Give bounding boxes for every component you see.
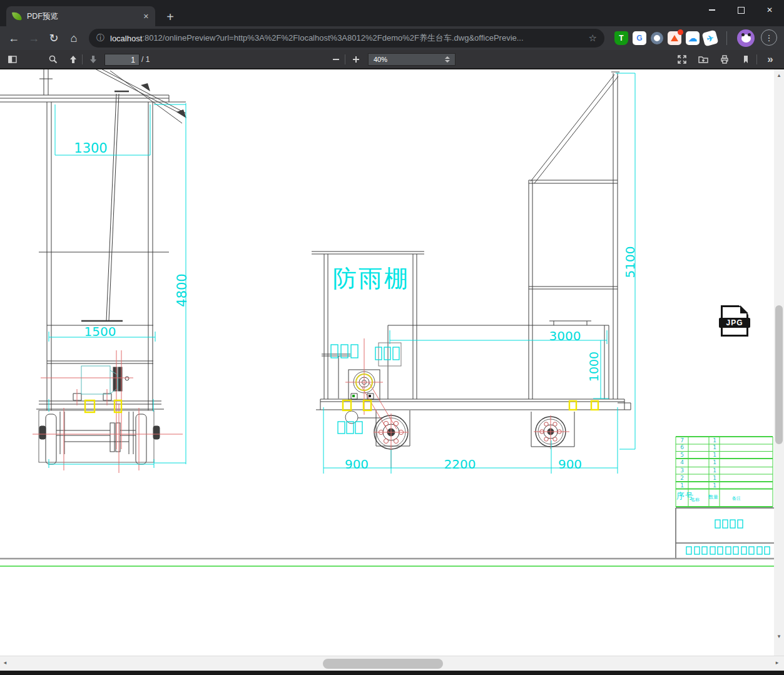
toolbar-separator [82,54,83,64]
print-icon [720,54,730,64]
next-page-button[interactable] [85,52,101,67]
browser-navbar: ← → ↻ ⌂ ⓘ localhost :8012/onlinePreview?… [0,26,784,50]
jpg-label: JPG [719,318,750,328]
dim-label-4800: 4800 [175,268,190,312]
dim-label-900-right: 900 [551,457,589,472]
fullscreen-icon [677,54,687,64]
url-host: localhost [110,34,142,43]
dim-label-1000: 1000 [587,345,601,388]
minus-icon [331,54,341,64]
chevron-double-right-icon: » [767,53,773,66]
bookmark-star-icon[interactable]: ☆ [589,33,597,44]
url-path: :8012/onlinePreview?url=http%3A%2F%2Floc… [142,33,583,44]
previous-page-button[interactable] [65,52,81,67]
cad-yellow-marks [85,374,598,412]
browser-menu-button[interactable]: ⋮ [761,29,777,46]
reload-button[interactable]: ↻ [45,29,63,47]
pdf-viewer-toolbar: / 1 40% » [0,50,784,69]
extension-tampermonkey-icon[interactable]: T [614,31,628,45]
zoom-out-button[interactable] [328,52,344,67]
zoom-in-button[interactable] [348,52,364,67]
back-button[interactable]: ← [5,29,23,47]
print-button[interactable] [716,52,733,67]
forward-button[interactable]: → [25,29,43,47]
search-icon [48,54,58,64]
arrow-up-icon [68,54,78,64]
titleblock-header-name: 名称 [691,497,700,503]
more-tools-button[interactable]: » [762,52,778,67]
extension-cloud-icon[interactable]: ☁ [686,31,700,45]
window-minimize-button[interactable] [698,0,726,20]
titleblock-row-qty: 1 [710,452,719,459]
home-button[interactable]: ⌂ [65,29,83,47]
titleblock-row-qty: 1 [710,482,719,489]
window-controls: ✕ [698,0,784,20]
arrow-down-icon [88,54,98,64]
extension-translate-icon[interactable]: G [633,31,646,45]
titleblock-header-qty: 数量 [708,494,718,500]
scroll-left-button[interactable]: ◂ [0,659,10,666]
dim-label-3000: 3000 [543,328,587,343]
tab-title: PDF预览 [27,11,140,22]
toolbar-separator [345,54,345,64]
window-close-button[interactable]: ✕ [755,0,784,20]
vertical-scrollbar[interactable]: ▴ ▾ [774,69,784,656]
scroll-down-button[interactable]: ▾ [774,633,784,639]
bookmark-button[interactable] [738,52,754,67]
window-titlebar: PDF预览 ✕ + ✕ [0,0,784,26]
browser-tab[interactable]: PDF预览 ✕ [6,6,155,26]
site-info-icon[interactable]: ⓘ [96,33,104,44]
titleblock-row-qty: 1 [710,467,719,474]
plus-icon [351,54,361,64]
dim-label-1300: 1300 [66,141,116,156]
dim-label-900-left: 900 [338,457,375,472]
dim-label-2200: 2200 [435,457,485,472]
titleblock-row-no: 3 [678,467,686,474]
jpg-fold-corner-dark [740,305,748,313]
scroll-right-button[interactable]: ▸ [772,659,782,666]
sidebar-icon [8,54,18,64]
open-file-button[interactable] [695,52,711,67]
canopy-text: 防雨棚 [333,263,420,295]
search-button[interactable] [45,52,61,67]
page-count-label: / 1 [141,55,150,64]
cad-dimension-lines [49,73,770,554]
scroll-up-button[interactable]: ▴ [774,72,784,78]
titleblock-row-no: 4 [678,459,686,466]
titleblock-row-no: 1 [678,482,686,489]
extension-ring-icon[interactable] [650,31,664,45]
zoom-value: 40% [374,56,445,63]
titleblock-row-no: 6 [678,444,686,451]
tab-close-icon[interactable]: ✕ [143,13,149,21]
open-file-icon [698,54,708,64]
profile-avatar[interactable] [737,29,755,47]
titleblock-header-note: 备注 [732,495,741,502]
horizontal-scrollbar-thumb[interactable] [323,659,443,669]
address-bar[interactable]: ⓘ localhost :8012/onlinePreview?url=http… [89,29,604,48]
sidebar-toggle-button[interactable] [4,52,21,67]
window-bottom-edge [0,671,784,675]
jpg-file-icon: JPG [721,305,748,337]
vertical-scrollbar-thumb[interactable] [775,305,783,444]
horizontal-scrollbar[interactable]: ◂ ▸ [0,656,784,671]
spring-leaf-favicon [12,11,22,21]
titleblock-row-qty: 1 [710,444,719,451]
extension-red-badge-icon[interactable] [668,31,681,45]
cad-side-view [312,72,631,449]
page-number-input[interactable] [104,54,140,66]
titleblock-row-no: 7 [678,437,686,444]
extension-bird-icon[interactable]: ✈ [702,30,719,47]
notification-badge [678,29,683,35]
zoom-select[interactable]: 40% [368,53,456,66]
titleblock-row-no: 5 [678,452,686,459]
presentation-mode-button[interactable] [674,52,690,67]
titleblock-row-qty: 1 [710,437,719,444]
new-tab-button[interactable]: + [161,8,179,26]
cad-centerlines [33,338,569,473]
bookmark-icon [741,54,751,64]
window-maximize-button[interactable] [726,0,755,20]
dim-label-5100: 5100 [623,240,638,284]
panda-avatar-face [741,34,751,43]
titleblock-row-qty: 1 [710,475,719,482]
zoom-spinner-icon [445,56,450,63]
